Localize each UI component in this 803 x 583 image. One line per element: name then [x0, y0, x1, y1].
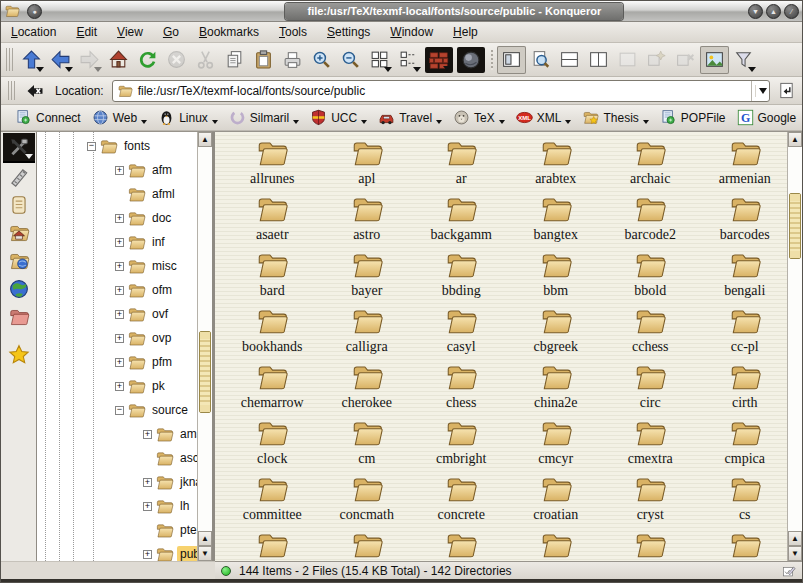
tree-item[interactable]: ptex — [37, 518, 197, 542]
folder-item[interactable]: barcodes — [698, 192, 788, 248]
scroll-up-button[interactable]: ▲ — [198, 531, 212, 546]
network-tab[interactable] — [3, 247, 35, 275]
folder-item[interactable] — [414, 528, 509, 561]
reload-button[interactable] — [133, 46, 162, 74]
folder-item[interactable]: bayer — [320, 248, 415, 304]
folder-item[interactable]: chemarrow — [225, 360, 320, 416]
win-star-button[interactable] — [642, 46, 671, 74]
tree-item[interactable]: pfm — [37, 350, 197, 374]
xml-bookmark[interactable]: XML — [511, 107, 577, 128]
tree-item[interactable]: ovf — [37, 302, 197, 326]
folder-item[interactable]: cmpica — [698, 416, 788, 472]
scrollbar-thumb[interactable] — [199, 331, 211, 413]
scroll-tab[interactable] — [3, 191, 35, 219]
expander-toggle[interactable] — [115, 406, 124, 415]
folder-item[interactable]: cchess — [603, 304, 698, 360]
paste-button[interactable] — [249, 46, 278, 74]
folder-item[interactable]: barcode2 — [603, 192, 698, 248]
expander-toggle[interactable] — [143, 550, 152, 559]
folder-item[interactable]: concmath — [320, 472, 415, 528]
folder-item[interactable] — [698, 528, 788, 561]
scroll-up-button[interactable]: ▲ — [198, 132, 212, 147]
folder-item[interactable]: astro — [320, 192, 415, 248]
go-button[interactable] — [774, 79, 798, 103]
folder-item[interactable]: chess — [414, 360, 509, 416]
copy-button[interactable] — [220, 46, 249, 74]
star-tab[interactable] — [3, 341, 35, 369]
home-button[interactable] — [104, 46, 133, 74]
expander-toggle[interactable] — [87, 142, 96, 151]
ruler-tab[interactable] — [3, 163, 35, 191]
folder-item[interactable]: cm — [320, 416, 415, 472]
folder-item[interactable]: bengali — [698, 248, 788, 304]
folder-item[interactable]: casyl — [414, 304, 509, 360]
expander-toggle[interactable] — [115, 286, 124, 295]
win-x-button[interactable] — [671, 46, 700, 74]
folder-item[interactable]: bbding — [414, 248, 509, 304]
folder-item[interactable]: cc-pl — [698, 304, 788, 360]
folder-red-tab[interactable] — [3, 303, 35, 331]
folder-item[interactable]: cmcyr — [509, 416, 604, 472]
folder-item[interactable]: cmextra — [603, 416, 698, 472]
folder-item[interactable]: bard — [225, 248, 320, 304]
split-h-button[interactable] — [555, 46, 584, 74]
close-button[interactable]: ⁄ — [784, 4, 799, 19]
menu-item[interactable]: Bookmarks — [199, 25, 259, 39]
folder-item[interactable]: allrunes — [225, 136, 320, 192]
forward-button[interactable] — [75, 46, 104, 74]
expander-toggle[interactable] — [115, 358, 124, 367]
tree-item[interactable]: source — [37, 398, 197, 422]
folder-item[interactable]: archaic — [603, 136, 698, 192]
tree-item[interactable]: pk — [37, 374, 197, 398]
tree-item[interactable]: lh — [37, 494, 197, 518]
icon-view-button[interactable] — [365, 46, 394, 74]
expander-toggle[interactable] — [115, 166, 124, 175]
stop-button[interactable] — [162, 46, 191, 74]
directory-icon-view[interactable]: allrunes apl ar arabtex archaic — [215, 132, 787, 561]
folder-item[interactable]: calligra — [320, 304, 415, 360]
expander-toggle[interactable] — [143, 478, 152, 487]
back-button[interactable] — [46, 46, 75, 74]
folder-item[interactable]: bbm — [509, 248, 604, 304]
menu-item[interactable]: Go — [163, 25, 179, 39]
find-button[interactable] — [526, 46, 555, 74]
menu-item[interactable]: Edit — [76, 25, 97, 39]
folder-item[interactable]: bangtex — [509, 192, 604, 248]
home-folder-tab[interactable] — [3, 219, 35, 247]
tree-item[interactable]: fonts — [37, 134, 197, 158]
expander-toggle[interactable] — [115, 262, 124, 271]
folder-item[interactable]: armenian — [698, 136, 788, 192]
folder-item[interactable]: cmbright — [414, 416, 509, 472]
scroll-down-button[interactable]: ▼ — [788, 546, 802, 561]
view-checkmark-icon[interactable] — [782, 564, 796, 578]
panel-button[interactable] — [497, 46, 526, 74]
scrollbar-thumb[interactable] — [789, 193, 801, 259]
expander-toggle[interactable] — [115, 310, 124, 319]
tree-item[interactable]: ofm — [37, 278, 197, 302]
shield-bookmark[interactable]: UCC — [305, 107, 372, 128]
connect-bookmark[interactable]: POPFile — [655, 107, 731, 128]
tree-item[interactable]: jknappen — [37, 470, 197, 494]
print-button[interactable] — [278, 46, 307, 74]
location-dropdown-button[interactable] — [751, 81, 769, 101]
folder-star-bookmark[interactable]: Thesis — [577, 107, 653, 128]
bricks-button[interactable] — [425, 47, 453, 73]
penguin-bookmark[interactable]: Linux — [153, 107, 223, 128]
expander-toggle[interactable] — [143, 502, 152, 511]
google-bookmark[interactable]: Google — [732, 107, 802, 128]
silmaril-bookmark[interactable]: Silmaril — [224, 107, 304, 128]
sticky-button[interactable]: ● — [27, 4, 42, 19]
folder-item[interactable]: ar — [414, 136, 509, 192]
funnel-button[interactable] — [729, 46, 758, 74]
menu-item[interactable]: View — [117, 25, 143, 39]
tree-item[interactable]: doc — [37, 206, 197, 230]
folder-item[interactable]: cherokee — [320, 360, 415, 416]
tree-item[interactable]: ascgrp — [37, 446, 197, 470]
tree-item[interactable]: inf — [37, 230, 197, 254]
cut-button[interactable] — [191, 46, 220, 74]
menu-item[interactable]: Settings — [327, 25, 370, 39]
folder-item[interactable]: backgamm — [414, 192, 509, 248]
tree-item[interactable]: afm — [37, 158, 197, 182]
tree-item[interactable]: ams — [37, 422, 197, 446]
menu-item[interactable]: Tools — [279, 25, 307, 39]
